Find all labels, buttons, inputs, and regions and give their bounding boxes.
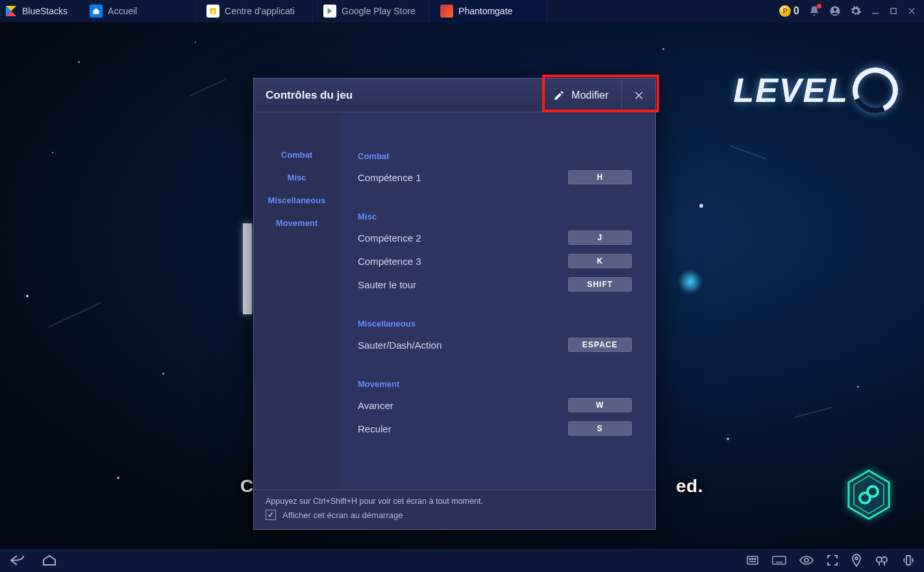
key-field[interactable]: SHIFT [568,277,632,292]
tab-strip: Accueil Centre d'applicati Google Play S… [79,0,547,22]
svg-point-29 [805,558,808,562]
show-on-start-checkbox[interactable]: ✓ [266,510,276,520]
category-nav: Combat Misc Miscellaneous Movement [254,112,340,490]
star-icon [117,477,119,479]
level-label: LEVEL [733,71,849,110]
minimize-button[interactable] [871,6,880,16]
binding-row: Reculer S [358,421,632,436]
section-title: Movement [358,379,632,389]
star-icon [162,373,164,375]
visibility-icon[interactable] [799,555,814,566]
nav-item-combat[interactable]: Combat [254,143,340,166]
edit-icon [553,90,565,101]
notifications-icon[interactable] [808,5,820,17]
close-icon [633,90,645,101]
star-icon [857,386,859,388]
star-icon [78,61,80,63]
dialog-header: Contrôles du jeu Modifier [254,79,655,112]
modify-button[interactable]: Modifier [540,79,621,112]
tab-phantomgate[interactable]: Phantomgate [430,0,547,22]
game-viewport: LEVEL Co ed. Contrôles du jeu Modifier [0,22,924,549]
game-controls-dialog: Contrôles du jeu Modifier Combat Misc Mi… [253,78,656,530]
dialog-actions: Modifier [540,79,655,112]
binding-label: Compétence 1 [358,172,421,183]
nav-item-misc[interactable]: Misc [254,166,340,189]
streak-icon [48,302,101,328]
svg-rect-22 [773,556,786,564]
game-icon [440,5,453,18]
decorative-bar [243,223,252,314]
svg-point-32 [882,557,887,562]
key-field[interactable]: K [568,254,632,268]
nav-item-miscellaneous[interactable]: Miscellaneous [254,189,340,212]
section-title: Combat [358,151,632,161]
star-icon [26,295,29,297]
footer-hint: Appuyez sur Ctrl+Shift+H pour voir cet é… [266,497,643,506]
key-field[interactable]: H [568,170,632,184]
tab-label: Centre d'applicati [225,6,295,16]
notification-dot-icon [817,4,821,8]
level-nine-icon [846,61,905,119]
location-icon[interactable] [851,554,862,567]
dialog-title: Contrôles du jeu [266,89,353,102]
nav-item-movement[interactable]: Movement [254,212,340,234]
settings-icon[interactable] [850,5,862,17]
bindings-scroll[interactable]: Combat Compétence 1 H Misc Compétence 2 … [340,112,646,490]
tab-home[interactable]: Accueil [79,0,196,22]
section-title: Miscellaneous [358,319,632,329]
fullscreen-icon[interactable] [827,554,838,566]
binding-label: Reculer [358,423,392,434]
dialog-body: Combat Misc Miscellaneous Movement Comba… [254,112,655,490]
nav-left [9,554,57,567]
back-button[interactable] [9,554,26,567]
modify-label: Modifier [571,90,608,101]
key-field[interactable]: ESPACE [568,338,632,352]
svg-point-6 [834,8,837,11]
link-badge-button[interactable] [846,469,892,523]
level-indicator: LEVEL [733,68,898,113]
bottom-bar [0,549,924,572]
titlebar-right: P 0 [779,5,924,17]
title-bar: BlueStacks Accueil Centre d'applicati Go… [0,0,924,22]
truncated-text: ed. [676,476,703,497]
dialog-close-button[interactable] [621,79,655,112]
key-field[interactable]: S [568,421,632,436]
tab-label: Phantomgate [458,6,512,16]
binding-label: Avancer [358,400,393,411]
star-icon [52,152,53,153]
binding-label: Compétence 2 [358,232,421,243]
star-icon [727,438,729,440]
play-store-icon [323,5,336,18]
svg-rect-35 [906,556,910,565]
home-button[interactable] [42,554,57,567]
streak-icon [730,145,767,160]
close-window-button[interactable] [907,6,916,16]
svg-point-19 [752,558,753,560]
svg-rect-17 [747,556,758,564]
svg-point-30 [855,557,858,560]
star-icon [699,204,703,208]
sparkle-icon [672,264,709,301]
shake-icon[interactable] [902,554,915,567]
nav-right [746,554,915,567]
binding-row: Compétence 3 K [358,254,632,268]
key-field[interactable]: W [568,398,632,412]
tab-play-store[interactable]: Google Play Store [313,0,430,22]
key-field[interactable]: J [568,230,632,245]
maximize-button[interactable] [889,6,898,16]
coin-balance[interactable]: P 0 [779,5,799,17]
keyboard-icon[interactable] [772,555,786,566]
home-icon [90,5,103,18]
tab-app-center[interactable]: Centre d'applicati [196,0,313,22]
streak-icon [190,79,225,96]
account-icon[interactable] [829,5,841,17]
toggle-keymap-icon[interactable] [746,554,759,566]
bluestacks-logo-icon [0,0,22,22]
coin-amount: 0 [793,5,799,17]
show-on-start-label: Afficher cet écran au démarrage [282,510,403,520]
show-on-start-row: ✓ Afficher cet écran au démarrage [266,510,643,520]
binding-label: Sauter/Dash/Action [358,340,442,351]
binding-row: Avancer W [358,398,632,412]
tab-label: Google Play Store [342,6,416,16]
screenshot-icon[interactable] [875,554,889,566]
